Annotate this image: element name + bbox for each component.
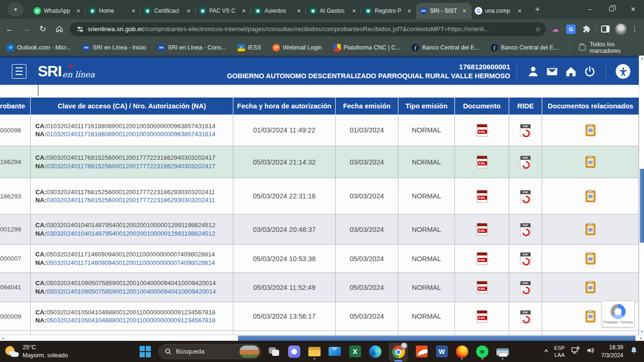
tab-close-icon[interactable]: ✕ bbox=[130, 7, 137, 15]
menu-hamburger-icon[interactable] bbox=[12, 64, 26, 79]
volume-button[interactable] bbox=[586, 346, 595, 357]
file-explorer-button[interactable] bbox=[308, 343, 321, 360]
bookmark-bce-2[interactable]: Banco Central del E... bbox=[491, 44, 559, 51]
horizontal-scroll-thumb[interactable] bbox=[238, 336, 636, 341]
back-button[interactable]: ← bbox=[3, 22, 17, 36]
language-indicator[interactable]: ESP LAA bbox=[554, 345, 565, 359]
tab-sri-active[interactable]: SRI - SIST ✕ bbox=[416, 3, 471, 19]
bookmark-sri-consultas[interactable]: SRI en Línea - Cons... bbox=[157, 44, 226, 51]
start-button[interactable] bbox=[138, 345, 152, 359]
printer-button[interactable] bbox=[496, 343, 509, 360]
bookmark-iess[interactable]: IESS bbox=[238, 44, 262, 51]
col-header-clave[interactable]: Clave de acceso (CA) / Nro. Autorización… bbox=[31, 98, 233, 115]
col-header-fecha-emision[interactable]: Fecha emisión bbox=[336, 98, 398, 115]
browser-menu-icon[interactable] bbox=[630, 24, 639, 35]
bookmark-bce-1[interactable]: Banco Central del E... bbox=[412, 44, 479, 51]
na-link[interactable]: NA:0503202401171460909400120011000000000… bbox=[35, 259, 215, 267]
minimize-button[interactable]: – bbox=[579, 0, 601, 18]
all-bookmarks-button[interactable]: Todos los marcadores bbox=[570, 41, 644, 54]
chat-button[interactable] bbox=[288, 343, 301, 360]
tab-certificacion[interactable]: Certificaci ✕ bbox=[140, 3, 196, 19]
mail-button[interactable] bbox=[328, 343, 341, 360]
vertical-scrollbar[interactable]: ▲ ▼ bbox=[639, 56, 644, 335]
xml-download-icon[interactable] bbox=[477, 156, 487, 168]
side-panel-icon[interactable] bbox=[601, 25, 610, 33]
horizontal-scrollbar[interactable]: ◄ ► bbox=[0, 335, 644, 341]
clock-widget[interactable]: 16:39 7/3/2024 bbox=[601, 344, 623, 360]
tab-pac-vs[interactable]: PAC VS C ✕ bbox=[196, 3, 251, 19]
recaptcha-badge[interactable]: Privacidad - Términos bbox=[602, 301, 635, 327]
xml-download-icon[interactable] bbox=[477, 310, 487, 323]
bookmark-star-icon[interactable]: ☆ bbox=[535, 25, 541, 33]
profile-button[interactable] bbox=[524, 64, 543, 80]
spotify-button[interactable] bbox=[476, 343, 489, 360]
related-docs-icon[interactable] bbox=[586, 223, 595, 235]
bookmark-sri-inicio[interactable]: SRI en Línea - Inicio bbox=[83, 44, 146, 51]
pdf-download-icon[interactable] bbox=[520, 223, 531, 236]
translate-extension-icon[interactable] bbox=[566, 25, 576, 34]
related-docs-icon[interactable] bbox=[586, 156, 595, 168]
pdf-download-icon[interactable] bbox=[520, 190, 531, 203]
related-docs-icon[interactable] bbox=[586, 281, 595, 293]
tab-search-button[interactable]: ▾ bbox=[8, 2, 24, 16]
tab-at-gastos[interactable]: At Gastos ✕ bbox=[306, 3, 361, 19]
search-daily-image[interactable] bbox=[239, 346, 259, 358]
accessibility-button[interactable] bbox=[616, 64, 630, 79]
na-link[interactable]: NA:0303202401176815256000120017772231862… bbox=[35, 196, 215, 205]
network-button[interactable] bbox=[571, 346, 580, 357]
xml-download-icon[interactable] bbox=[477, 281, 487, 294]
messages-button[interactable] bbox=[543, 64, 561, 80]
xml-download-icon[interactable] bbox=[477, 223, 487, 236]
related-docs-icon[interactable] bbox=[586, 311, 595, 322]
new-tab-button[interactable]: + bbox=[530, 2, 545, 16]
edge-button[interactable] bbox=[369, 343, 382, 360]
tab-close-icon[interactable]: ✕ bbox=[240, 7, 248, 15]
col-header-fecha-autorizacion[interactable]: Fecha y hora de autorización bbox=[233, 98, 336, 115]
tab-home[interactable]: Home ✕ bbox=[85, 3, 140, 19]
col-header-documentos-relacionados[interactable]: Documentos relacionados bbox=[542, 98, 639, 115]
weather-extension-icon[interactable] bbox=[551, 25, 560, 34]
tab-registro[interactable]: Registro P ✕ bbox=[361, 3, 416, 19]
tab-close-icon[interactable]: ✕ bbox=[516, 7, 523, 15]
forward-button[interactable]: → bbox=[19, 22, 33, 36]
taskbar-weather-widget[interactable]: 25°C Mayorm. soleado bbox=[5, 344, 123, 360]
firefox-button[interactable] bbox=[455, 343, 469, 360]
tab-close-icon[interactable]: ✕ bbox=[461, 7, 468, 15]
tab-close-icon[interactable]: ✕ bbox=[74, 7, 82, 15]
logout-button[interactable] bbox=[580, 64, 599, 80]
pdf-download-icon[interactable] bbox=[520, 252, 531, 265]
related-docs-icon[interactable] bbox=[586, 124, 595, 136]
xml-download-icon[interactable] bbox=[477, 252, 487, 265]
tab-close-icon[interactable]: ✕ bbox=[350, 7, 358, 15]
address-bar[interactable]: srienlinea.sri.gob.ec /comprobantes-elec… bbox=[70, 22, 546, 36]
pdf-download-icon[interactable] bbox=[520, 310, 531, 323]
hidden-icons-chevron[interactable]: ^ bbox=[545, 348, 548, 355]
site-info-icon[interactable] bbox=[76, 25, 84, 33]
sri-logo[interactable]: SRI en línea bbox=[38, 64, 95, 79]
browser-home-button[interactable] bbox=[52, 22, 66, 36]
notifications-button[interactable] bbox=[629, 346, 638, 357]
col-header-comprobante[interactable]: robante bbox=[0, 98, 31, 115]
bookmark-outlook[interactable]: Outlook.com - Micr... bbox=[7, 44, 71, 51]
col-header-tipo-emision[interactable]: Tipo emisión bbox=[398, 98, 455, 115]
home-button[interactable] bbox=[561, 64, 580, 80]
scroll-down-icon[interactable]: ▼ bbox=[639, 329, 644, 335]
na-link[interactable]: NA:0503202401050410468800120011000000000… bbox=[35, 316, 215, 325]
tab-close-icon[interactable]: ✕ bbox=[185, 7, 192, 15]
col-header-documento[interactable]: Documento bbox=[455, 98, 509, 115]
profile-avatar[interactable] bbox=[615, 24, 626, 35]
extensions-puzzle-icon[interactable] bbox=[582, 25, 591, 34]
xml-download-icon[interactable] bbox=[477, 124, 487, 137]
tab-whatsapp[interactable]: WhatsApp ✕ bbox=[30, 3, 85, 19]
task-view-button[interactable] bbox=[267, 343, 281, 360]
na-link[interactable]: NA:0303202401040148795400120020010000012… bbox=[35, 230, 215, 238]
col-header-ride[interactable]: RIDE bbox=[509, 98, 542, 115]
reload-button[interactable]: ↻ bbox=[36, 22, 50, 36]
vertical-scroll-thumb[interactable] bbox=[640, 169, 644, 243]
bookmark-cnc[interactable]: Plataforma CNC | C... bbox=[333, 44, 401, 51]
related-docs-icon[interactable] bbox=[586, 253, 595, 264]
related-docs-icon[interactable] bbox=[586, 190, 595, 202]
tab-close-icon[interactable]: ✕ bbox=[295, 7, 303, 15]
pdf-download-icon[interactable] bbox=[520, 281, 531, 294]
na-link[interactable]: NA:0303202401176815256000120017772231862… bbox=[35, 162, 215, 171]
